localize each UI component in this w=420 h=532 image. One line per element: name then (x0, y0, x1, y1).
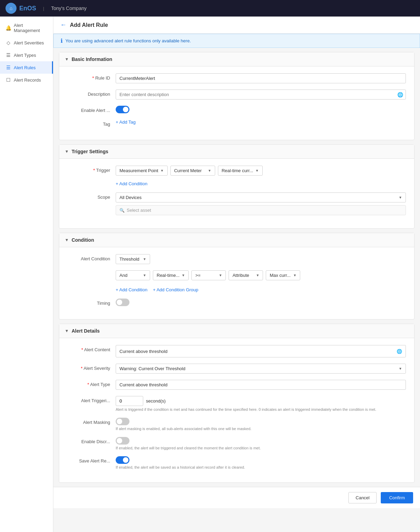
alert-content-value: Current above threshold (119, 349, 167, 354)
basic-information-section: ▼ Basic Information Rule ID Description … (59, 52, 414, 140)
timing-toggle[interactable] (116, 299, 129, 306)
alert-details-header[interactable]: ▼ Alert Details (59, 324, 414, 338)
alert-type-input[interactable] (116, 380, 406, 390)
section-title: Basic Information (72, 56, 112, 62)
condition-type-value: Real-time... (157, 273, 179, 278)
chevron-down-icon: ▼ (255, 169, 259, 173)
condition-comparator-value: >= (195, 273, 200, 278)
condition-operator-value: And (119, 273, 127, 278)
timing-row: Timing (67, 299, 406, 306)
section-title: Condition (72, 237, 94, 243)
scope-control: All Devices ▼ 🔍 Select asset (116, 192, 406, 215)
globe-icon: 🌐 (397, 92, 403, 97)
alert-type-control (116, 380, 406, 390)
enable-alert-toggle[interactable] (116, 106, 129, 113)
enable-discr-row: Enable Discr... If enabled, the alert wi… (67, 437, 406, 450)
alert-management-icon: 🔔 (6, 25, 11, 31)
trigger-dropdown-3[interactable]: Real-time curr... ▼ (218, 166, 263, 176)
info-banner: ℹ You are using advanced alert rule func… (53, 34, 420, 48)
alert-trigger-input[interactable] (116, 396, 143, 406)
condition-type-dropdown[interactable]: Real-time... ▼ (153, 270, 189, 280)
alert-severities-icon: ◇ (6, 40, 11, 45)
condition-detail-empty-label (67, 270, 116, 272)
basic-info-body: Rule ID Description 🌐 Enable (59, 66, 414, 140)
topbar-logo: ⌂ EnOS (6, 3, 36, 14)
enable-discr-label: Enable Discr... (67, 437, 116, 444)
save-alert-control: If enabled, the alert will be saved as a… (116, 456, 406, 469)
enable-alert-label: Enable Alert ... (67, 106, 116, 113)
sidebar-item-alert-management[interactable]: 🔔 Alert Management (0, 19, 53, 36)
condition-detail-control: And ▼ Real-time... ▼ >= ▼ (116, 270, 406, 292)
scope-label: Scope (67, 192, 116, 200)
add-condition-button[interactable]: + Add Condition (116, 287, 147, 292)
sidebar-item-alert-rules[interactable]: ☰ Alert Rules (0, 61, 53, 74)
alert-severity-dropdown[interactable]: Warning: Current Over Threshold ▼ (116, 364, 406, 374)
chevron-down-icon: ▼ (219, 273, 222, 277)
trigger-dropdown-2[interactable]: Current Meter ▼ (170, 166, 215, 176)
globe-icon: 🌐 (397, 349, 402, 354)
save-alert-toggle[interactable] (116, 456, 129, 464)
trigger-settings-header[interactable]: ▼ Trigger Settings (59, 145, 414, 159)
alert-severity-control: Warning: Current Over Threshold ▼ (116, 364, 406, 374)
alert-condition-row: Alert Condition Threshold ▼ (67, 254, 406, 264)
condition-attribute-dropdown[interactable]: Attribute ▼ (229, 270, 263, 280)
description-input[interactable] (116, 90, 406, 100)
chevron-down-icon: ▼ (293, 273, 296, 277)
condition-header[interactable]: ▼ Condition (59, 233, 414, 247)
alert-masking-control: If alert masking is enabled, all sub-ale… (116, 418, 406, 431)
basic-info-header[interactable]: ▼ Basic Information (59, 52, 414, 66)
condition-dropdowns: And ▼ Real-time... ▼ >= ▼ (116, 270, 406, 280)
condition-actions: + Add Condition + Add Condition Group (116, 284, 406, 292)
alert-records-icon: ☐ (6, 77, 11, 83)
scope-row: Scope All Devices ▼ 🔍 Select asset (67, 192, 406, 215)
condition-attribute-value: Attribute (232, 273, 249, 278)
collapse-chevron: ▼ (65, 328, 69, 333)
home-icon[interactable]: ⌂ (6, 3, 17, 14)
description-row: Description 🌐 (67, 90, 406, 100)
sidebar-item-alert-records[interactable]: ☐ Alert Records (0, 74, 53, 86)
sidebar-item-alert-severities[interactable]: ◇ Alert Severities (0, 36, 53, 49)
alert-condition-label: Alert Condition (67, 254, 116, 261)
rule-id-row: Rule ID (67, 73, 406, 83)
save-alert-row: Save Alert Re... If enabled, the alert w… (67, 456, 406, 469)
trigger-label: Trigger (67, 166, 116, 173)
enable-discr-toggle[interactable] (116, 437, 129, 445)
alert-content-input[interactable]: Current above threshold 🌐 (116, 345, 406, 357)
sidebar-item-alert-types[interactable]: ☰ Alert Types (0, 49, 53, 61)
tag-control: + Add Tag (116, 119, 406, 125)
rule-id-input[interactable] (116, 73, 406, 83)
trigger-add-condition-button[interactable]: + Add Condition (116, 181, 147, 186)
alert-trigger-row: Alert Triggeri... second(s) Alert is tri… (67, 396, 406, 411)
trigger-dropdown-1[interactable]: Measurement Point ▼ (116, 166, 168, 176)
banner-text: You are using advanced alert rule functi… (65, 38, 191, 43)
sidebar-item-label: Alert Severities (14, 40, 44, 45)
alert-condition-dropdown[interactable]: Threshold ▼ (116, 254, 150, 264)
layout: 🔔 Alert Management ◇ Alert Severities ☰ … (0, 17, 420, 532)
condition-body: Alert Condition Threshold ▼ And (59, 247, 414, 319)
enable-alert-control (116, 106, 406, 113)
alert-masking-label: Alert Masking (67, 418, 116, 425)
scope-dropdown[interactable]: All Devices ▼ (116, 192, 406, 202)
condition-value-dropdown[interactable]: Max curr... ▼ (266, 270, 300, 280)
toggle-slider (116, 106, 129, 113)
condition-comparator-dropdown[interactable]: >= ▼ (191, 270, 226, 280)
select-asset-input[interactable]: 🔍 Select asset (116, 205, 406, 215)
cancel-button[interactable]: Cancel (348, 492, 377, 503)
back-button[interactable]: ← (60, 21, 66, 29)
sidebar-item-label: Alert Types (14, 53, 36, 58)
trigger-dropdown-2-value: Current Meter (174, 168, 202, 173)
alert-trigger-label: Alert Triggeri... (67, 396, 116, 403)
add-condition-group-button[interactable]: + Add Condition Group (153, 287, 198, 292)
save-alert-hint: If enabled, the alert will be saved as a… (116, 465, 406, 469)
confirm-button[interactable]: Confirm (381, 492, 413, 503)
add-tag-button[interactable]: + Add Tag (116, 119, 136, 125)
topbar-separator: | (43, 6, 44, 11)
trigger-control: Measurement Point ▼ Current Meter ▼ Real… (116, 166, 406, 186)
condition-operator-dropdown[interactable]: And ▼ (116, 270, 150, 280)
chevron-down-icon: ▼ (143, 257, 146, 261)
timing-control (116, 299, 406, 306)
alert-masking-toggle[interactable] (116, 418, 129, 425)
sidebar-item-label: Alert Records (14, 77, 41, 83)
chevron-down-icon: ▼ (160, 169, 164, 173)
chevron-down-icon: ▼ (399, 367, 402, 371)
